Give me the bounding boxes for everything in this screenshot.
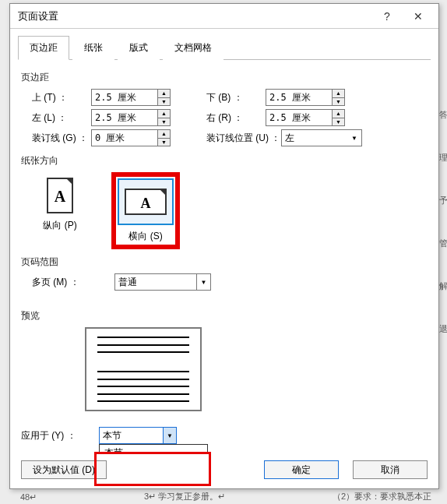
svg-text:A: A [55,188,66,205]
spin-up-icon[interactable]: ▲ [333,90,344,98]
margin-bottom-label: 下 (B) ： [195,91,266,104]
spin-down-icon[interactable]: ▼ [158,98,170,106]
bg-side-char: 予 [439,195,448,206]
chevron-down-icon: ▼ [196,274,210,290]
cancel-button[interactable]: 取消 [353,460,428,479]
multipage-label: 多页 (M) ： [21,276,114,289]
margin-top-spinner[interactable]: ▲▼ [91,89,171,106]
title-bar: 页面设置 ? ✕ [10,4,438,29]
help-icon: ? [384,10,390,23]
gutter-label: 装订线 (G) ： [21,132,91,145]
tab-paper[interactable]: 纸张 [72,36,114,60]
orientation-landscape[interactable]: A 横向 (S) [111,172,180,249]
portrait-icon: A [37,177,83,214]
bg-row-mid: 3↵ 学习复正参册。↵ [144,491,225,502]
margin-left-spinner[interactable]: ▲▼ [91,109,171,126]
preview-pane [85,327,202,411]
tab-label: 页边距 [30,42,58,53]
page-setup-dialog: 页面设置 ? ✕ 页边距 纸张 版式 文档网格 页边距 上 (T) ： ▲▼ 下… [9,3,439,489]
spin-down-icon[interactable]: ▼ [333,98,344,106]
bg-row-num: 48↵ [20,492,37,502]
bg-side-char: 解 [439,280,448,292]
tab-label: 文档网格 [174,42,212,53]
preview-group-title: 预览 [21,309,428,322]
spin-down-icon[interactable]: ▼ [158,139,170,146]
orientation-portrait[interactable]: A 纵向 (P) [32,172,88,249]
margin-left-label: 左 (L) ： [21,111,91,125]
set-default-button[interactable]: 设为默认值 (D) [21,460,107,479]
tab-strip: 页边距 纸张 版式 文档网格 [18,35,431,60]
pagerange-group-title: 页码范围 [21,256,428,269]
button-label: 确定 [292,463,311,477]
spin-up-icon[interactable]: ▲ [158,90,170,98]
svg-text:A: A [141,196,151,211]
gutter-pos-value: 左 [285,132,294,145]
portrait-label: 纵向 (P) [43,219,76,232]
bg-side-char: 管 [439,238,448,249]
margin-bottom-input[interactable] [266,89,333,106]
button-label: 取消 [381,463,399,477]
close-icon: ✕ [414,10,423,23]
help-button[interactable]: ? [371,5,403,27]
gutter-spinner[interactable]: ▲▼ [91,129,171,146]
margin-top-input[interactable] [91,89,158,106]
button-label: 设为默认值 (D) [33,463,95,477]
multipage-value: 普通 [118,276,137,289]
apply-to-label: 应用于 (Y) ： [21,429,99,442]
margin-left-input[interactable] [91,109,158,126]
margin-right-spinner[interactable]: ▲▼ [266,109,345,126]
orientation-group-title: 纸张方向 [21,154,428,167]
bg-side-char: 退 [439,323,448,335]
apply-to-select[interactable]: ▼ 本节 插入点之后 整篇文档 [99,427,177,444]
dialog-title: 页面设置 [18,9,371,23]
tab-label: 版式 [129,42,148,53]
chevron-down-icon: ▼ [163,427,177,444]
margin-bottom-spinner[interactable]: ▲▼ [266,89,345,106]
landscape-label: 横向 (S) [128,230,162,243]
landscape-icon: A [122,183,169,220]
apply-to-dropdown: 本节 插入点之后 整篇文档 [99,444,208,454]
margin-right-label: 右 (R) ： [195,111,266,125]
margin-top-label: 上 (T) ： [21,91,91,104]
chevron-down-icon: ▼ [347,130,361,146]
spin-down-icon[interactable]: ▼ [333,118,344,126]
bg-row-right: （2）要求：要求孰悉本正 [333,491,431,502]
spin-up-icon[interactable]: ▲ [333,110,344,118]
spin-up-icon[interactable]: ▲ [158,130,170,139]
bg-side-char: 理 [439,152,448,164]
gutter-pos-select[interactable]: 左 ▼ [281,129,362,146]
tab-margins[interactable]: 页边距 [18,36,69,60]
close-button[interactable]: ✕ [403,5,434,27]
spin-down-icon[interactable]: ▼ [158,118,170,126]
multipage-select[interactable]: 普通 ▼ [114,273,211,291]
tab-layout[interactable]: 版式 [118,36,160,60]
bg-side-char: 答 [439,109,448,121]
margin-right-input[interactable] [266,109,333,126]
tab-label: 纸张 [84,42,103,53]
spin-up-icon[interactable]: ▲ [158,110,170,118]
margins-group-title: 页边距 [21,71,428,84]
tab-grid[interactable]: 文档网格 [163,36,224,60]
gutter-pos-label: 装订线位置 (U) ： [195,132,281,145]
apply-option-this-section[interactable]: 本节 [100,445,207,454]
gutter-input[interactable] [91,129,158,146]
ok-button[interactable]: 确定 [264,460,339,479]
